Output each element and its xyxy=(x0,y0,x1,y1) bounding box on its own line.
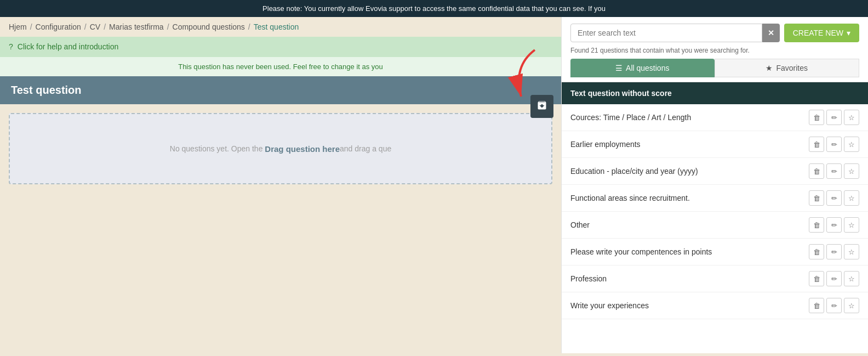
question-item-label: Please write your compentences in points xyxy=(570,247,804,256)
delete-button[interactable]: 🗑 xyxy=(809,190,824,206)
breadcrumb-item-current: Test question xyxy=(254,22,299,31)
all-questions-label: All questions xyxy=(626,64,669,72)
list-item: Please write your compentences in points… xyxy=(562,239,868,265)
item-actions: 🗑 ✏ ☆ xyxy=(809,244,859,259)
info-message: This question has never been used. Feel … xyxy=(0,56,561,76)
list-item: Other 🗑 ✏ ☆ xyxy=(562,212,868,239)
item-actions: 🗑 ✏ ☆ xyxy=(809,298,859,313)
favorites-icon: ★ xyxy=(766,64,773,72)
delete-button[interactable]: 🗑 xyxy=(809,271,824,286)
left-panel: Hjem / Configuration / CV / Marias testf… xyxy=(0,17,561,353)
list-item: Functional areas since recruitment. 🗑 ✏ … xyxy=(562,185,868,212)
star-button[interactable]: ☆ xyxy=(844,217,859,233)
list-item: Write your experiences 🗑 ✏ ☆ xyxy=(562,292,868,319)
star-button[interactable]: ☆ xyxy=(844,298,859,313)
category-header: Text question without score xyxy=(562,82,868,104)
info-text: This question has never been used. Feel … xyxy=(178,63,383,71)
star-button[interactable]: ☆ xyxy=(844,163,859,179)
delete-button[interactable]: 🗑 xyxy=(809,217,824,233)
notification-text: Please note: You currently allow Evovia … xyxy=(262,4,606,13)
question-item-label: Cources: Time / Place / Art / Length xyxy=(570,113,804,122)
tab-all-questions[interactable]: ☰ All questions xyxy=(570,59,715,77)
question-item-label: Profession xyxy=(570,274,804,283)
edit-button[interactable]: ✏ xyxy=(826,137,842,152)
drop-zone-prefix: No questions yet. Open the xyxy=(170,144,263,153)
edit-button[interactable]: ✏ xyxy=(826,244,842,259)
help-label: Click for help and introduction xyxy=(18,42,118,51)
breadcrumb: Hjem / Configuration / CV / Marias testf… xyxy=(0,17,561,37)
archive-icon xyxy=(536,100,547,114)
breadcrumb-item-testfirma[interactable]: Marias testfirma xyxy=(109,22,164,31)
item-actions: 🗑 ✏ ☆ xyxy=(809,137,859,152)
drag-label: Drag question here xyxy=(265,144,340,154)
item-actions: 🗑 ✏ ☆ xyxy=(809,271,859,286)
star-button[interactable]: ☆ xyxy=(844,271,859,286)
delete-button[interactable]: 🗑 xyxy=(809,110,824,125)
item-actions: 🗑 ✏ ☆ xyxy=(809,217,859,233)
search-row: ✕ CREATE NEW ▾ xyxy=(570,24,859,42)
right-panel: ✕ CREATE NEW ▾ Found 21 questions that c… xyxy=(561,17,868,353)
edit-button[interactable]: ✏ xyxy=(826,298,842,313)
edit-button[interactable]: ✏ xyxy=(826,217,842,233)
search-input[interactable] xyxy=(570,24,762,42)
breadcrumb-item-hjem[interactable]: Hjem xyxy=(9,22,27,31)
star-button[interactable]: ☆ xyxy=(844,137,859,152)
dropdown-icon: ▾ xyxy=(847,29,850,37)
favorites-label: Favorites xyxy=(776,64,808,72)
breadcrumb-item-cv[interactable]: CV xyxy=(90,22,100,31)
question-item-label: Write your experiences xyxy=(570,301,804,310)
question-item-label: Other xyxy=(570,221,804,229)
list-item: Cources: Time / Place / Art / Length 🗑 ✏… xyxy=(562,104,868,131)
star-button[interactable]: ☆ xyxy=(844,244,859,259)
item-actions: 🗑 ✏ ☆ xyxy=(809,190,859,206)
separator: / xyxy=(248,22,250,31)
question-title: Test question xyxy=(11,84,82,96)
edit-button[interactable]: ✏ xyxy=(826,271,842,286)
separator: / xyxy=(167,22,169,31)
tab-favorites[interactable]: ★ Favorites xyxy=(715,59,860,77)
item-actions: 🗑 ✏ ☆ xyxy=(809,163,859,179)
archive-button[interactable] xyxy=(530,95,553,118)
question-item-label: Earlier employments xyxy=(570,140,804,149)
drop-zone[interactable]: No questions yet. Open the Drag question… xyxy=(9,113,552,184)
delete-button[interactable]: 🗑 xyxy=(809,163,824,179)
question-item-label: Education - place/city and year (yyyy) xyxy=(570,167,804,176)
help-bar[interactable]: ? Click for help and introduction xyxy=(0,37,561,56)
tabs-row: ☰ All questions ★ Favorites xyxy=(570,59,859,77)
search-result-text: Found 21 questions that contain what you… xyxy=(570,47,859,54)
breadcrumb-item-compound[interactable]: Compound questions xyxy=(173,22,245,31)
help-icon: ? xyxy=(9,42,13,51)
edit-button[interactable]: ✏ xyxy=(826,163,842,179)
delete-button[interactable]: 🗑 xyxy=(809,137,824,152)
drop-zone-suffix: and drag a que xyxy=(340,144,391,153)
search-clear-button[interactable]: ✕ xyxy=(762,24,780,42)
separator: / xyxy=(84,22,87,31)
star-button[interactable]: ☆ xyxy=(844,190,859,206)
item-actions: 🗑 ✏ ☆ xyxy=(809,110,859,125)
notification-bar: Please note: You currently allow Evovia … xyxy=(0,0,868,17)
search-area: ✕ CREATE NEW ▾ Found 21 questions that c… xyxy=(562,17,868,82)
question-list: Cources: Time / Place / Art / Length 🗑 ✏… xyxy=(562,104,868,353)
list-item: Education - place/city and year (yyyy) 🗑… xyxy=(562,158,868,185)
edit-button[interactable]: ✏ xyxy=(826,110,842,125)
star-button[interactable]: ☆ xyxy=(844,110,859,125)
delete-button[interactable]: 🗑 xyxy=(809,298,824,313)
question-header: Test question xyxy=(0,76,561,104)
list-item: Earlier employments 🗑 ✏ ☆ xyxy=(562,131,868,158)
separator: / xyxy=(30,22,32,31)
breadcrumb-item-configuration[interactable]: Configuration xyxy=(36,22,81,31)
edit-button[interactable]: ✏ xyxy=(826,190,842,206)
create-new-label: CREATE NEW xyxy=(793,29,843,37)
all-questions-icon: ☰ xyxy=(615,64,623,72)
separator: / xyxy=(104,22,106,31)
list-item: Profession 🗑 ✏ ☆ xyxy=(562,265,868,292)
category-label: Text question without score xyxy=(570,89,672,98)
create-new-button[interactable]: CREATE NEW ▾ xyxy=(784,24,859,42)
search-input-wrapper: ✕ xyxy=(570,24,780,42)
question-item-label: Functional areas since recruitment. xyxy=(570,194,804,202)
delete-button[interactable]: 🗑 xyxy=(809,244,824,259)
